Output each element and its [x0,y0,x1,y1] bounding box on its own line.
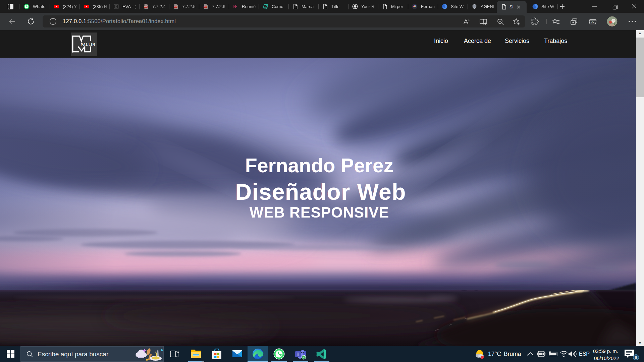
svg-text:√x: √x [591,21,594,24]
svg-text:PDF: PDF [204,6,207,8]
svg-text:PDF: PDF [144,6,147,8]
svg-text:PDF: PDF [174,6,177,8]
svg-text:PALLIN: PALLIN [81,43,96,47]
svg-text:9: 9 [635,355,637,360]
